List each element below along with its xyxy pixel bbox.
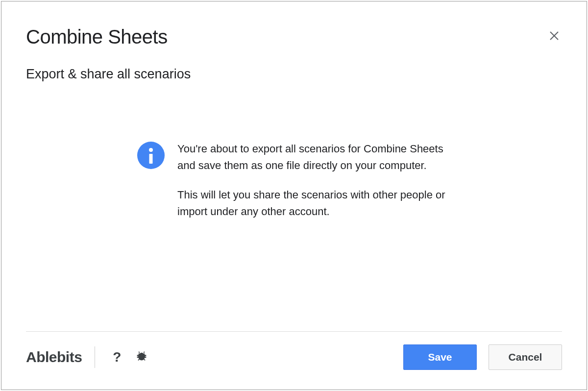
cancel-button[interactable]: Cancel — [489, 344, 562, 370]
bug-icon — [135, 350, 148, 364]
dialog-header: Combine Sheets Export & share all scenar… — [1, 1, 587, 82]
save-button[interactable]: Save — [403, 344, 477, 370]
info-paragraph-2: This will let you share the scenarios wi… — [177, 187, 451, 220]
help-button[interactable]: ? — [108, 349, 126, 365]
title-row: Combine Sheets — [26, 26, 562, 48]
brand-logo: Ablebits — [26, 349, 82, 366]
footer-divider — [95, 346, 95, 368]
save-button-label: Save — [428, 351, 452, 363]
info-icon — [137, 142, 165, 169]
footer-left: Ablebits ? — [26, 346, 148, 368]
bug-report-button[interactable] — [135, 350, 148, 364]
dialog-title: Combine Sheets — [26, 26, 168, 48]
info-text: You're about to export all scenarios for… — [177, 141, 451, 220]
svg-rect-3 — [149, 154, 153, 164]
footer-right: Save Cancel — [403, 344, 562, 370]
dialog-subtitle: Export & share all scenarios — [26, 67, 562, 82]
svg-point-2 — [149, 148, 153, 152]
info-paragraph-1: You're about to export all scenarios for… — [177, 141, 451, 174]
info-box: You're about to export all scenarios for… — [137, 141, 451, 220]
dialog-footer: Ablebits ? Save Cancel — [26, 331, 562, 390]
cancel-button-label: Cancel — [509, 351, 542, 363]
close-button[interactable] — [546, 28, 562, 46]
question-icon: ? — [113, 349, 121, 365]
export-dialog: Combine Sheets Export & share all scenar… — [1, 1, 587, 390]
dialog-content: You're about to export all scenarios for… — [1, 82, 587, 331]
close-icon — [548, 30, 560, 42]
